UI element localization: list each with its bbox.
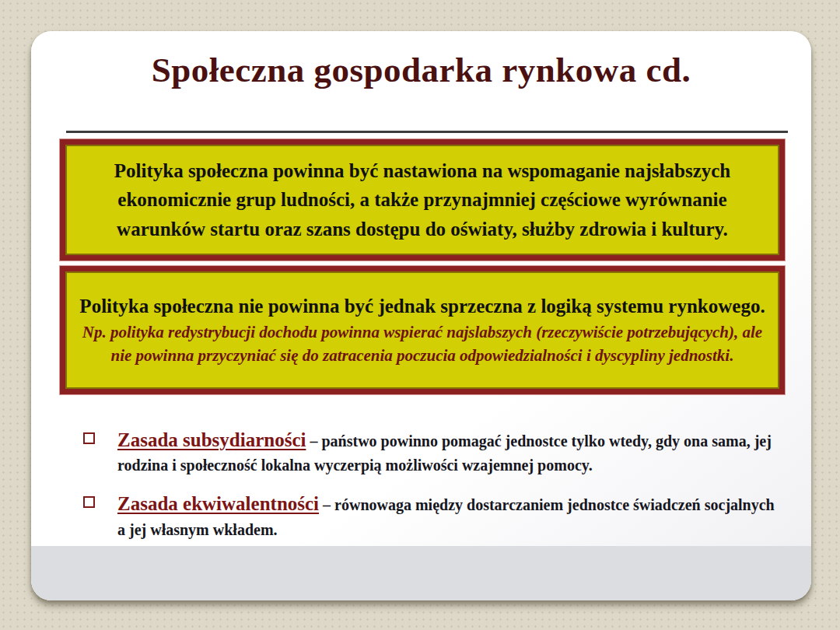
policy-statement-box-2: Polityka społeczna nie powinna być jedna… <box>60 266 785 394</box>
principle-text: Zasada ekwiwalentności – równowaga międz… <box>117 490 782 541</box>
slide-footer-strip <box>31 546 811 600</box>
list-item-subsidiarity: Zasada subsydiarności – państwo powinno … <box>83 426 793 477</box>
policy-statement-box-1: Polityka społeczna powinna być nastawion… <box>60 139 785 261</box>
slide-card: Społeczna gospodarka rynkowa cd. Polityk… <box>31 31 811 600</box>
box2-lead-text: Polityka społeczna nie powinna być jedna… <box>79 293 765 320</box>
principle-text: Zasada subsydiarności – państwo powinno … <box>117 426 782 477</box>
principles-list: Zasada subsydiarności – państwo powinno … <box>83 426 793 555</box>
bullet-square-icon <box>83 432 95 444</box>
title-divider <box>66 131 788 133</box>
bullet-square-icon <box>83 496 95 508</box>
box2-note-text: Np. polityka redystrybucji dochodu powin… <box>79 321 765 367</box>
slide-title: Społeczna gospodarka rynkowa cd. <box>31 48 811 92</box>
box1-text: Polityka społeczna powinna być nastawion… <box>79 156 765 244</box>
principle-term: Zasada ekwiwalentności <box>117 493 319 514</box>
principle-term: Zasada subsydiarności <box>117 429 306 450</box>
list-item-equivalence: Zasada ekwiwalentności – równowaga międz… <box>83 490 793 541</box>
